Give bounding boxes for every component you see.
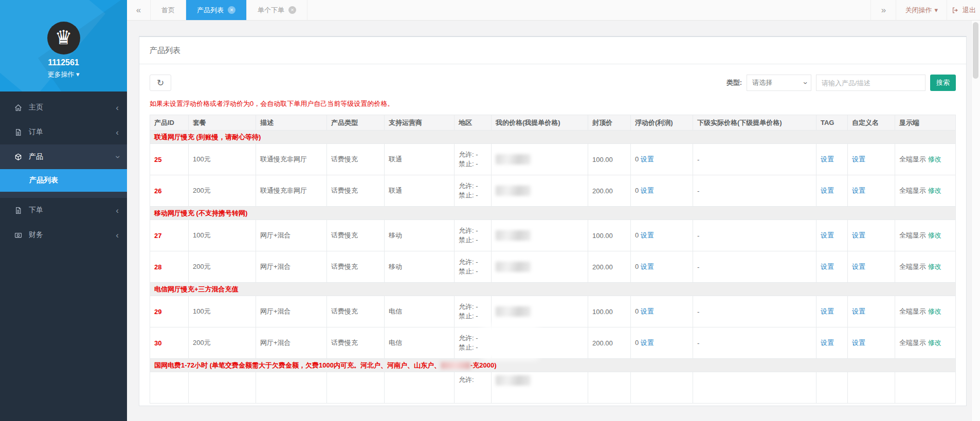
search-input[interactable] xyxy=(816,75,925,91)
region-deny: 禁止: - xyxy=(459,312,487,321)
set-tag-link[interactable]: 设置 xyxy=(821,231,834,239)
float-price-warning: 如果未设置浮动价格或者浮动价为0，会自动取下单用户自己当前等级设置的价格。 xyxy=(150,99,956,108)
set-float-link[interactable]: 设置 xyxy=(641,155,654,163)
censored-price xyxy=(496,375,531,386)
float-cell: 0 设置 xyxy=(631,175,693,207)
sidebar-item-label: 产品 xyxy=(29,152,43,161)
set-custom-name-link[interactable]: 设置 xyxy=(852,307,865,315)
product-id: 29 xyxy=(150,296,189,327)
tab-product-list[interactable]: 产品列表 × xyxy=(186,0,247,20)
set-custom-name-link[interactable]: 设置 xyxy=(852,231,865,239)
sidebar-item-label: 下单 xyxy=(29,206,43,215)
set-float-link[interactable]: 设置 xyxy=(641,263,654,270)
product-id: 25 xyxy=(150,144,189,175)
product-table: 产品ID 套餐 描述 产品类型 支持运营商 地区 我的价格(我提单价格) 封顶价… xyxy=(150,115,956,404)
region-allow: 允许: - xyxy=(459,226,487,235)
col-product-type: 产品类型 xyxy=(327,115,385,131)
cube-icon xyxy=(14,153,23,161)
caret-down-icon: ▾ xyxy=(76,70,80,78)
region-cell: 允许: - 禁止: - xyxy=(455,327,492,359)
set-tag-link[interactable]: 设置 xyxy=(821,263,834,270)
crown-logo-icon: ♛ xyxy=(47,22,80,54)
tab-home[interactable]: 首页 xyxy=(151,0,186,20)
set-custom-name-link[interactable]: 设置 xyxy=(852,187,865,194)
more-actions-dropdown[interactable]: 更多操作 ▾ xyxy=(0,70,127,79)
my-price-cell xyxy=(492,144,588,175)
region-cell: 允许: - 禁止: - xyxy=(455,251,492,283)
sidebar-item-product-list[interactable]: 产品列表 xyxy=(0,169,127,192)
region-deny: 禁止: - xyxy=(459,343,487,352)
set-tag-link[interactable]: 设置 xyxy=(821,187,834,194)
float-cell: 0 设置 xyxy=(631,327,693,359)
set-custom-name-link[interactable]: 设置 xyxy=(852,263,865,270)
tag-cell: 设置 xyxy=(816,251,848,283)
my-price-cell xyxy=(492,175,588,207)
group-title: 移动网厅慢充 (不支持携号转网) xyxy=(150,207,956,220)
tab-label: 单个下单 xyxy=(258,6,284,15)
table-row: 27 100元 网厅+混合 话费慢充 移动 允许: - 禁止: - 100.00… xyxy=(150,220,956,251)
float-cell: 0 设置 xyxy=(631,251,693,283)
chevron-left-icon: ‹ xyxy=(116,206,119,215)
product-id: 27 xyxy=(150,220,189,251)
sub-price-cell xyxy=(693,372,816,404)
sidebar-item-products[interactable]: 产品 ‹ xyxy=(0,144,127,169)
product-id: 28 xyxy=(150,251,189,283)
scroll-tabs-right-button[interactable]: » xyxy=(870,0,896,20)
logout-button[interactable]: 退出 xyxy=(947,0,980,20)
modify-display-link[interactable]: 修改 xyxy=(928,231,941,239)
float-cell: 0 设置 xyxy=(631,144,693,175)
package-cell xyxy=(189,372,256,404)
type-cell: 话费慢充 xyxy=(327,175,385,207)
cap-cell: 200.00 xyxy=(588,327,631,359)
type-select[interactable]: 请选择 ‹ xyxy=(747,75,811,91)
close-tab-icon[interactable]: × xyxy=(228,6,235,14)
search-button[interactable]: 搜索 xyxy=(930,75,956,91)
sidebar-item-orders[interactable]: 订单 ‹ xyxy=(0,120,127,144)
close-operations-dropdown[interactable]: 关闭操作 ▾ xyxy=(896,0,947,20)
tab-single-order[interactable]: 单个下单 × xyxy=(247,0,307,20)
set-float-link[interactable]: 设置 xyxy=(641,339,654,346)
group-title: 联通网厅慢充 (到账慢，请耐心等待) xyxy=(150,131,956,144)
search-group: 类型: 请选择 ‹ 搜索 xyxy=(727,75,956,91)
sidebar-item-place-order[interactable]: 下单 ‹ xyxy=(0,198,127,223)
cap-cell: 200.00 xyxy=(588,251,631,283)
type-select-value: 请选择 xyxy=(752,78,772,87)
desc-cell: 网厅+混合 xyxy=(256,327,327,359)
table-row: 28 200元 网厅+混合 话费慢充 移动 允许: - 禁止: - 200.00… xyxy=(150,251,956,283)
modify-display-link[interactable]: 修改 xyxy=(928,187,941,194)
refresh-button[interactable]: ↻ xyxy=(150,75,171,91)
custom-name-cell: 设置 xyxy=(848,327,895,359)
custom-name-cell: 设置 xyxy=(848,144,895,175)
set-tag-link[interactable]: 设置 xyxy=(821,155,834,163)
modify-display-link[interactable]: 修改 xyxy=(928,307,941,315)
cap-cell xyxy=(588,372,631,404)
carrier-cell: 电信 xyxy=(385,296,455,327)
sidebar-item-home[interactable]: 主页 ‹ xyxy=(0,95,127,120)
close-tab-icon[interactable]: × xyxy=(288,6,296,14)
set-custom-name-link[interactable]: 设置 xyxy=(852,339,865,346)
set-float-link[interactable]: 设置 xyxy=(641,231,654,239)
display-cell: 全端显示 修改 xyxy=(895,296,956,327)
sub-price-cell: - xyxy=(693,144,816,175)
set-custom-name-link[interactable]: 设置 xyxy=(852,155,865,163)
set-tag-link[interactable]: 设置 xyxy=(821,307,834,315)
col-my-price: 我的价格(我提单价格) xyxy=(492,115,588,131)
custom-name-cell xyxy=(848,372,895,404)
product-id xyxy=(150,372,189,404)
type-cell: 话费慢充 xyxy=(327,220,385,251)
set-float-link[interactable]: 设置 xyxy=(641,187,654,194)
region-allow: 允许: xyxy=(459,375,487,385)
sidebar-item-finance[interactable]: 财务 ‹ xyxy=(0,223,127,247)
modify-display-link[interactable]: 修改 xyxy=(928,155,941,163)
my-price-cell xyxy=(492,251,588,283)
scroll-tabs-left-button[interactable]: « xyxy=(127,0,151,20)
vertical-scrollbar xyxy=(971,21,980,421)
display-cell: 全端显示 修改 xyxy=(895,251,956,283)
modify-display-link[interactable]: 修改 xyxy=(928,263,941,270)
set-tag-link[interactable]: 设置 xyxy=(821,339,834,346)
carrier-cell: 电信 xyxy=(385,327,455,359)
scrollbar-thumb[interactable] xyxy=(973,22,978,79)
float-cell: 0 设置 xyxy=(631,296,693,327)
modify-display-link[interactable]: 修改 xyxy=(928,339,941,346)
set-float-link[interactable]: 设置 xyxy=(641,307,654,315)
